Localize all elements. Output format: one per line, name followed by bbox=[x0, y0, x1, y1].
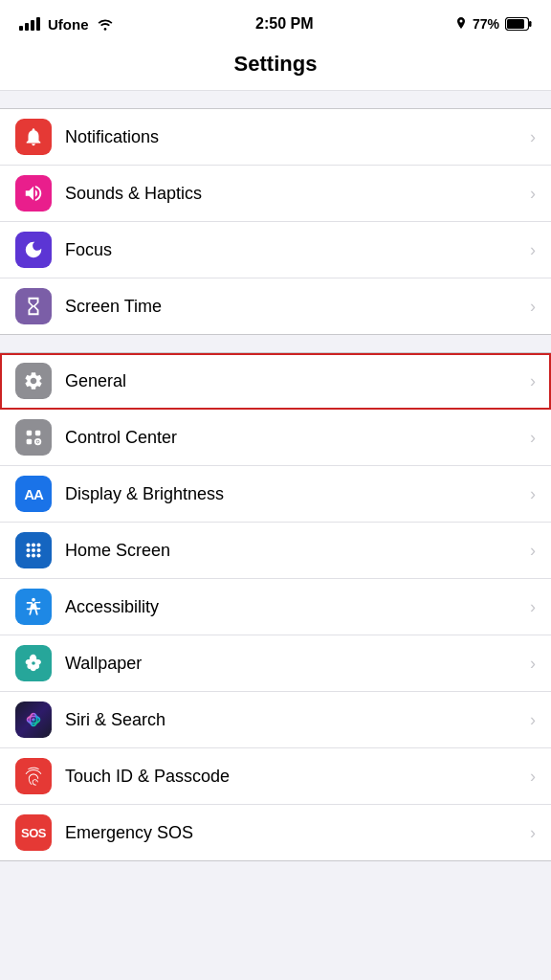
hourglass-icon bbox=[23, 296, 44, 317]
svg-point-14 bbox=[26, 553, 30, 557]
svg-rect-4 bbox=[35, 431, 41, 436]
touchid-label: Touch ID & Passcode bbox=[65, 767, 526, 787]
sounds-label: Sounds & Haptics bbox=[65, 184, 526, 204]
notifications-icon-wrap bbox=[15, 119, 52, 155]
siri-icon-wrap bbox=[15, 702, 52, 738]
sounds-icon-wrap bbox=[15, 175, 52, 212]
settings-row-general[interactable]: General › bbox=[0, 353, 551, 410]
settings-row-display[interactable]: AA Display & Brightness › bbox=[0, 466, 551, 523]
focus-chevron: › bbox=[530, 240, 536, 260]
grid-icon bbox=[23, 540, 44, 561]
svg-rect-1 bbox=[507, 19, 524, 29]
display-label: Display & Brightness bbox=[65, 484, 526, 504]
status-time: 2:50 PM bbox=[255, 15, 313, 33]
fingerprint-icon bbox=[23, 766, 44, 787]
location-icon bbox=[455, 17, 467, 31]
bell-icon bbox=[23, 126, 44, 147]
siri-label: Siri & Search bbox=[65, 710, 526, 730]
focus-label: Focus bbox=[65, 240, 526, 260]
siri-icon bbox=[23, 709, 44, 730]
accessibility-chevron: › bbox=[530, 597, 536, 617]
svg-rect-2 bbox=[529, 21, 532, 27]
settings-section-2: General › Control Center › AA Display & … bbox=[0, 352, 551, 861]
svg-point-17 bbox=[32, 598, 35, 602]
general-label: General bbox=[65, 371, 526, 391]
settings-row-accessibility[interactable]: Accessibility › bbox=[0, 579, 551, 635]
screentime-icon-wrap bbox=[15, 288, 52, 324]
speaker-icon bbox=[23, 183, 44, 204]
svg-point-15 bbox=[32, 553, 35, 557]
accessibility-icon bbox=[23, 596, 44, 617]
settings-row-emergencysos[interactable]: SOS Emergency SOS › bbox=[0, 805, 551, 860]
controlcenter-label: Control Center bbox=[65, 428, 526, 448]
aa-icon: AA bbox=[24, 486, 43, 502]
emergencysos-icon-wrap: SOS bbox=[15, 814, 52, 851]
svg-point-20 bbox=[32, 718, 35, 722]
svg-point-8 bbox=[26, 543, 30, 546]
svg-point-7 bbox=[36, 440, 38, 442]
svg-rect-3 bbox=[27, 431, 33, 436]
sos-icon: SOS bbox=[21, 826, 46, 840]
display-icon-wrap: AA bbox=[15, 476, 52, 512]
screentime-label: Screen Time bbox=[65, 297, 526, 317]
homescreen-icon-wrap bbox=[15, 532, 52, 568]
controlcenter-icon-wrap bbox=[15, 419, 52, 456]
touchid-icon-wrap bbox=[15, 758, 52, 794]
accessibility-icon-wrap bbox=[15, 589, 52, 625]
settings-row-screentime[interactable]: Screen Time › bbox=[0, 278, 551, 334]
settings-section-1: Notifications › Sounds & Haptics › Focus… bbox=[0, 108, 551, 335]
accessibility-label: Accessibility bbox=[65, 597, 526, 617]
settings-row-focus[interactable]: Focus › bbox=[0, 222, 551, 278]
settings-row-controlcenter[interactable]: Control Center › bbox=[0, 410, 551, 466]
svg-point-11 bbox=[26, 548, 30, 552]
sliders-icon bbox=[23, 427, 44, 448]
wallpaper-icon-wrap bbox=[15, 645, 52, 681]
controlcenter-chevron: › bbox=[530, 428, 536, 448]
wallpaper-label: Wallpaper bbox=[65, 654, 526, 674]
settings-row-notifications[interactable]: Notifications › bbox=[0, 109, 551, 166]
svg-point-9 bbox=[32, 543, 35, 546]
signal-bars bbox=[19, 17, 40, 31]
touchid-chevron: › bbox=[530, 767, 536, 787]
focus-icon-wrap bbox=[15, 232, 52, 268]
status-bar: Ufone 2:50 PM 77% bbox=[0, 0, 551, 42]
screentime-chevron: › bbox=[530, 297, 536, 317]
settings-row-sounds[interactable]: Sounds & Haptics › bbox=[0, 166, 551, 222]
settings-row-touchid[interactable]: Touch ID & Passcode › bbox=[0, 748, 551, 805]
page-title: Settings bbox=[0, 42, 551, 91]
display-chevron: › bbox=[530, 484, 536, 504]
wallpaper-chevron: › bbox=[530, 654, 536, 674]
emergencysos-chevron: › bbox=[530, 823, 536, 843]
battery-icon bbox=[505, 17, 532, 31]
general-icon-wrap bbox=[15, 363, 52, 399]
wifi-icon bbox=[97, 17, 114, 31]
status-right: 77% bbox=[455, 16, 532, 32]
settings-row-siri[interactable]: Siri & Search › bbox=[0, 692, 551, 748]
svg-point-12 bbox=[32, 548, 35, 552]
battery-percent: 77% bbox=[473, 16, 499, 32]
gear-icon bbox=[23, 370, 44, 391]
notifications-label: Notifications bbox=[65, 127, 526, 147]
homescreen-chevron: › bbox=[530, 541, 536, 561]
svg-point-16 bbox=[36, 553, 40, 557]
svg-point-10 bbox=[36, 543, 40, 546]
moon-icon bbox=[23, 239, 44, 260]
flower-icon bbox=[23, 653, 44, 674]
homescreen-label: Home Screen bbox=[65, 541, 526, 561]
svg-rect-5 bbox=[27, 439, 33, 445]
emergencysos-label: Emergency SOS bbox=[65, 823, 526, 843]
sounds-chevron: › bbox=[530, 184, 536, 204]
carrier-label: Ufone bbox=[48, 16, 89, 33]
settings-row-homescreen[interactable]: Home Screen › bbox=[0, 523, 551, 579]
siri-chevron: › bbox=[530, 710, 536, 730]
svg-point-13 bbox=[36, 548, 40, 552]
status-left: Ufone bbox=[19, 16, 114, 33]
settings-row-wallpaper[interactable]: Wallpaper › bbox=[0, 635, 551, 692]
general-chevron: › bbox=[530, 371, 536, 391]
notifications-chevron: › bbox=[530, 127, 536, 147]
